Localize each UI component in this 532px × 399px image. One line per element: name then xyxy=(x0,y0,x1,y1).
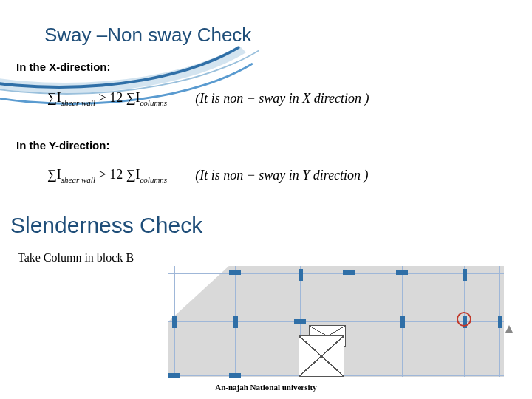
formula-y-direction: ∑Ishear wall > 12 ∑Icolumns (It is non −… xyxy=(47,167,369,184)
formula-x-direction: ∑Ishear wall > 12 ∑Icolumns (It is non −… xyxy=(47,90,369,107)
section-title-sway: Sway –Non sway Check xyxy=(44,24,251,47)
decorative-swoosh xyxy=(0,0,281,103)
void-opening xyxy=(299,335,344,377)
result-x: (It is non − sway in X direction ) xyxy=(195,91,369,106)
floor-plan-diagram xyxy=(168,266,516,377)
footer-university: An-najah National university xyxy=(0,383,532,392)
selected-column-marker xyxy=(457,312,471,327)
result-y: (It is non − sway in Y direction ) xyxy=(195,168,368,183)
label-y-direction: In the Y-direction: xyxy=(16,139,109,151)
section-title-slenderness: Slenderness Check xyxy=(10,213,202,238)
triangle-marker xyxy=(505,325,513,332)
take-column-label: Take Column in block B xyxy=(18,251,134,265)
label-x-direction: In the X-direction: xyxy=(16,61,111,73)
